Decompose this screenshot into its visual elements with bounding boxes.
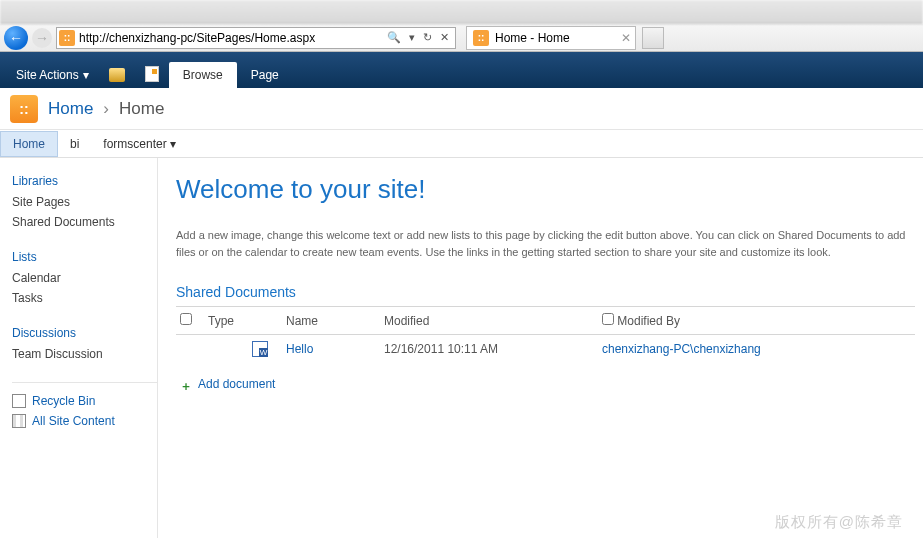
tab-close-icon[interactable]: ✕	[621, 31, 631, 45]
browser-tab[interactable]: :: Home - Home ✕	[466, 26, 636, 50]
doc-name-link[interactable]: Hello	[286, 342, 313, 356]
doc-modified: 12/16/2011 10:11 AM	[384, 342, 602, 356]
new-tab-button[interactable]	[642, 27, 664, 49]
window-titlebar	[0, 0, 923, 24]
nav-tasks[interactable]: Tasks	[12, 288, 157, 308]
top-nav: Home bi formscenter ▾	[0, 130, 923, 158]
folder-icon	[109, 68, 125, 82]
nav-shared-documents[interactable]: Shared Documents	[12, 212, 157, 232]
url-dropdown-icon[interactable]: ▾	[405, 31, 419, 44]
ribbon-tab-browse[interactable]: Browse	[169, 62, 237, 88]
breadcrumb-page: Home	[119, 99, 164, 119]
breadcrumb: :: Home › Home	[0, 88, 923, 130]
forward-button[interactable]: →	[32, 28, 52, 48]
site-actions-label: Site Actions	[16, 68, 79, 82]
topnav-home[interactable]: Home	[0, 131, 58, 157]
search-icon[interactable]: 🔍	[383, 31, 405, 44]
content-area: Welcome to your site! Add a new image, c…	[158, 158, 923, 538]
stop-icon[interactable]: ✕	[436, 31, 453, 44]
url-text: http://chenxizhang-pc/SitePages/Home.asp…	[75, 31, 383, 45]
nav-heading-lists[interactable]: Lists	[12, 250, 157, 264]
col-type[interactable]: Type	[208, 314, 252, 328]
edit-icon	[145, 66, 159, 82]
nav-site-pages[interactable]: Site Pages	[12, 192, 157, 212]
table-row[interactable]: Hello 12/16/2011 10:11 AM chenxizhang-PC…	[176, 335, 915, 363]
breadcrumb-site[interactable]: Home	[48, 99, 93, 119]
ribbon: Site Actions ▾ Browse Page	[0, 52, 923, 88]
page-title: Welcome to your site!	[176, 174, 915, 205]
edit-page-button[interactable]	[135, 60, 169, 88]
shared-docs-heading: Shared Documents	[176, 284, 915, 300]
nav-recycle-bin[interactable]: Recycle Bin	[12, 391, 157, 411]
col-name[interactable]: Name	[286, 314, 384, 328]
list-header: Type Name Modified Modified By	[176, 307, 915, 335]
nav-heading-libraries[interactable]: Libraries	[12, 174, 157, 188]
site-logo-icon[interactable]: ::	[10, 95, 38, 123]
col-modified-by[interactable]: Modified By	[602, 313, 911, 328]
site-favicon: ::	[59, 30, 75, 46]
plus-icon: ＋	[180, 378, 192, 390]
address-bar[interactable]: :: http://chenxizhang-pc/SitePages/Home.…	[56, 27, 456, 49]
grid-icon	[12, 414, 26, 428]
select-all-checkbox[interactable]	[180, 313, 192, 325]
site-actions-menu[interactable]: Site Actions ▾	[6, 62, 99, 88]
chevron-down-icon: ▾	[170, 137, 176, 151]
topnav-bi[interactable]: bi	[58, 132, 91, 156]
refresh-icon[interactable]: ↻	[419, 31, 436, 44]
browser-toolbar: ← → :: http://chenxizhang-pc/SitePages/H…	[0, 24, 923, 52]
nav-team-discussion[interactable]: Team Discussion	[12, 344, 157, 364]
modified-by-checkbox[interactable]	[602, 313, 614, 325]
doc-modified-by[interactable]: chenxizhang-PC\chenxizhang	[602, 342, 761, 356]
nav-calendar[interactable]: Calendar	[12, 268, 157, 288]
quick-launch: Libraries Site Pages Shared Documents Li…	[0, 158, 158, 538]
nav-all-site-content[interactable]: All Site Content	[12, 411, 157, 431]
intro-text: Add a new image, change this welcome tex…	[176, 227, 915, 260]
add-document-link[interactable]: ＋ Add document	[176, 363, 915, 405]
watermark: 版权所有@陈希章	[775, 513, 903, 532]
breadcrumb-sep: ›	[103, 99, 109, 119]
tab-favicon: ::	[473, 30, 489, 46]
col-modified[interactable]: Modified	[384, 314, 602, 328]
ribbon-tab-page[interactable]: Page	[237, 62, 293, 88]
chevron-down-icon: ▾	[83, 68, 89, 82]
topnav-formscenter[interactable]: formscenter ▾	[91, 132, 188, 156]
navigate-up-button[interactable]	[99, 62, 135, 88]
recycle-bin-icon	[12, 394, 26, 408]
nav-heading-discussions[interactable]: Discussions	[12, 326, 157, 340]
word-doc-icon	[252, 341, 268, 357]
back-button[interactable]: ←	[4, 26, 28, 50]
tab-title: Home - Home	[495, 31, 570, 45]
document-list: Type Name Modified Modified By Hello 12/…	[176, 306, 915, 363]
